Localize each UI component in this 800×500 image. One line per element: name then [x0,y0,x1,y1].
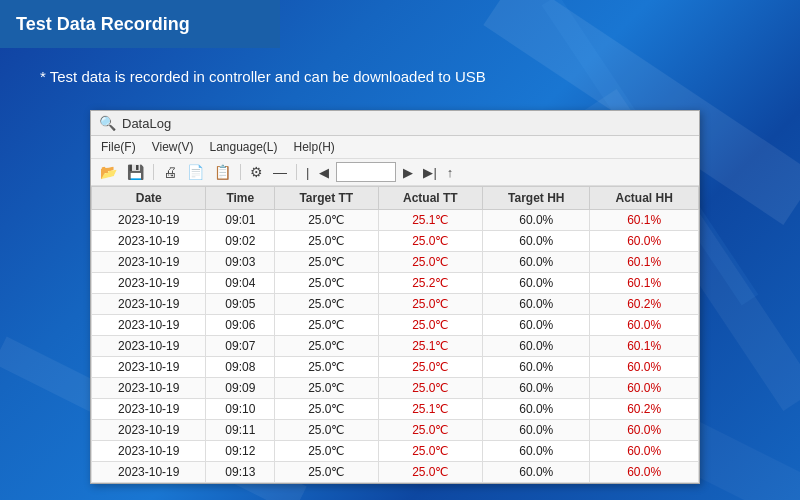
table-cell: 60.0% [483,378,590,399]
table-cell: 25.0℃ [378,420,483,441]
table-cell: 09:05 [206,294,275,315]
table-cell: 09:08 [206,357,275,378]
table-row: 2023-10-1909:0125.0℃25.1℃60.0%60.1% [92,210,699,231]
table-cell: 60.0% [483,210,590,231]
table-body: 2023-10-1909:0125.0℃25.1℃60.0%60.1%2023-… [92,210,699,483]
menubar: File(F) View(V) Language(L) Help(H) [91,136,699,159]
table-cell: 25.0℃ [378,462,483,483]
toolbar-preview-btn[interactable]: 📄 [184,163,207,181]
col-target-tt: Target TT [275,187,378,210]
table-cell: 25.0℃ [275,252,378,273]
table-cell: 25.0℃ [378,378,483,399]
table-cell: 60.0% [590,441,699,462]
menu-file[interactable]: File(F) [95,138,142,156]
table-cell: 2023-10-19 [92,294,206,315]
table-row: 2023-10-1909:0825.0℃25.0℃60.0%60.0% [92,357,699,378]
table-cell: 60.0% [590,462,699,483]
toolbar-copy-btn[interactable]: 📋 [211,163,234,181]
menu-language[interactable]: Language(L) [203,138,283,156]
toolbar-settings-btn[interactable]: ⚙ [247,163,266,181]
toolbar-next-btn[interactable]: ▶ [400,164,416,181]
menu-help[interactable]: Help(H) [288,138,341,156]
table-cell: 09:12 [206,441,275,462]
table-cell: 60.2% [590,399,699,420]
table-cell: 09:01 [206,210,275,231]
table-cell: 60.0% [483,336,590,357]
toolbar-save-btn[interactable]: 💾 [124,163,147,181]
toolbar-minus-btn[interactable]: — [270,163,290,181]
table-cell: 60.1% [590,210,699,231]
table-cell: 2023-10-19 [92,378,206,399]
table-cell: 09:04 [206,273,275,294]
table-row: 2023-10-1909:0525.0℃25.0℃60.0%60.2% [92,294,699,315]
table-cell: 60.0% [590,231,699,252]
col-actual-hh: Actual HH [590,187,699,210]
table-cell: 2023-10-19 [92,462,206,483]
table-cell: 25.0℃ [275,315,378,336]
table-cell: 2023-10-19 [92,420,206,441]
table-cell: 25.0℃ [275,420,378,441]
table-cell: 25.0℃ [275,378,378,399]
table-cell: 2023-10-19 [92,441,206,462]
table-cell: 25.0℃ [275,294,378,315]
table-cell: 2023-10-19 [92,357,206,378]
table-cell: 25.0℃ [378,315,483,336]
table-cell: 25.1℃ [378,336,483,357]
table-cell: 25.0℃ [378,294,483,315]
table-row: 2023-10-1909:1025.0℃25.1℃60.0%60.2% [92,399,699,420]
table-row: 2023-10-1909:0225.0℃25.0℃60.0%60.0% [92,231,699,252]
menu-view[interactable]: View(V) [146,138,200,156]
table-cell: 2023-10-19 [92,336,206,357]
col-actual-tt: Actual TT [378,187,483,210]
table-cell: 09:09 [206,378,275,399]
table-cell: 09:03 [206,252,275,273]
toolbar-sep2 [240,164,241,180]
table-cell: 09:02 [206,231,275,252]
table-cell: 25.0℃ [275,231,378,252]
table-cell: 60.0% [483,315,590,336]
table-cell: 60.0% [483,357,590,378]
table-cell: 25.0℃ [275,336,378,357]
toolbar-page-input[interactable] [336,162,396,182]
table-cell: 60.0% [590,378,699,399]
table-row: 2023-10-1909:0625.0℃25.0℃60.0%60.0% [92,315,699,336]
toolbar-print-btn[interactable]: 🖨 [160,163,180,181]
table-cell: 09:11 [206,420,275,441]
table-cell: 2023-10-19 [92,210,206,231]
table-cell: 09:13 [206,462,275,483]
subtitle-text: * Test data is recorded in controller an… [40,68,486,85]
table-cell: 09:06 [206,315,275,336]
table-cell: 09:10 [206,399,275,420]
table-cell: 60.1% [590,252,699,273]
table-cell: 25.0℃ [275,462,378,483]
toolbar: 📂 💾 🖨 📄 📋 ⚙ — | ◀ ▶ ▶| ↑ [91,159,699,186]
table-cell: 25.0℃ [378,357,483,378]
toolbar-up-btn[interactable]: ↑ [444,164,457,181]
toolbar-prev-btn[interactable]: ◀ [316,164,332,181]
table-cell: 25.0℃ [275,399,378,420]
table-header-row: Date Time Target TT Actual TT Target HH … [92,187,699,210]
table-cell: 25.0℃ [275,273,378,294]
col-time: Time [206,187,275,210]
table-cell: 25.2℃ [378,273,483,294]
table-cell: 60.0% [590,357,699,378]
table-row: 2023-10-1909:1325.0℃25.0℃60.0%60.0% [92,462,699,483]
table-cell: 60.0% [483,273,590,294]
datalog-window: 🔍 DataLog File(F) View(V) Language(L) He… [90,110,700,484]
col-date: Date [92,187,206,210]
window-titlebar: 🔍 DataLog [91,111,699,136]
table-row: 2023-10-1909:1125.0℃25.0℃60.0%60.0% [92,420,699,441]
table-cell: 2023-10-19 [92,315,206,336]
toolbar-open-btn[interactable]: 📂 [97,163,120,181]
table-cell: 60.0% [590,420,699,441]
table-row: 2023-10-1909:0725.0℃25.1℃60.0%60.1% [92,336,699,357]
table-cell: 60.0% [483,399,590,420]
table-cell: 60.0% [483,462,590,483]
table-cell: 25.0℃ [275,357,378,378]
table-row: 2023-10-1909:0925.0℃25.0℃60.0%60.0% [92,378,699,399]
table-cell: 60.0% [483,252,590,273]
table-cell: 60.0% [590,315,699,336]
toolbar-last-btn[interactable]: ▶| [420,164,439,181]
table-cell: 60.0% [483,420,590,441]
toolbar-sep1 [153,164,154,180]
